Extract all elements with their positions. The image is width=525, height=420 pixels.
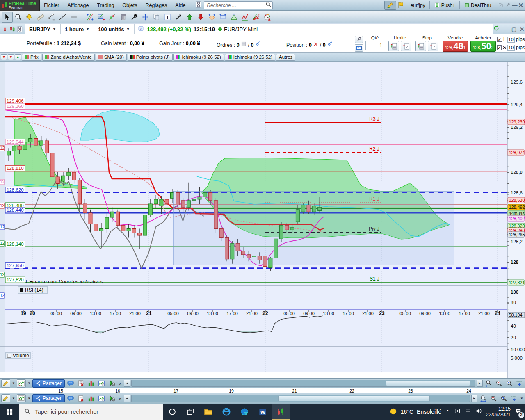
depth-icon[interactable]	[87, 394, 96, 402]
prorealtime-taskbar-button[interactable]	[272, 404, 290, 420]
menu-trading[interactable]: Trading	[93, 0, 118, 11]
action-center-button[interactable]: 2	[515, 408, 522, 416]
tab-autres[interactable]: Autres	[276, 54, 295, 61]
workspace-pair-label[interactable]: eur/jpy	[409, 1, 427, 10]
limit-checkbox[interactable]: ✓	[497, 37, 502, 42]
popup-chart-icon[interactable]	[97, 379, 106, 388]
chart-type-button[interactable]	[17, 394, 26, 402]
price-chart[interactable]: R3 JR2 JR1 JPiv JS1 J© IT-Finance.com Do…	[0, 62, 525, 378]
annotate-dropdown-icon[interactable]: ▼	[11, 397, 16, 400]
tool-pitchfork-icon[interactable]	[107, 12, 118, 23]
start-button[interactable]	[0, 404, 19, 420]
tool-crosstools-icon[interactable]	[84, 12, 96, 23]
share-button[interactable]: Partager	[32, 379, 65, 388]
buy-button[interactable]: 128,502	[470, 41, 496, 52]
depth-icon[interactable]	[87, 379, 96, 388]
time-scrollbar[interactable]	[131, 380, 475, 387]
task-view-button[interactable]	[181, 404, 199, 420]
scroll-left-button[interactable]: ◄	[124, 380, 130, 387]
volume-icon[interactable]	[475, 408, 482, 416]
sell-button[interactable]: 128,481	[443, 41, 468, 52]
columns-icon[interactable]	[515, 379, 524, 388]
taskbar-search[interactable]: Taper ici pour rechercher	[19, 404, 163, 420]
menu-objets[interactable]: Objets	[118, 0, 141, 11]
stop-order-edit-button[interactable]	[428, 41, 438, 51]
tool-segment-icon[interactable]	[46, 12, 57, 23]
tab-ichimoku-9-26-52-[interactable]: Ichimoku (9 26 52)	[225, 54, 275, 61]
pin-icon[interactable]	[505, 2, 511, 8]
tabs-scroll-down-1[interactable]: ▼	[1, 54, 7, 60]
share-button[interactable]: Partager	[32, 394, 65, 402]
report-icon[interactable]	[76, 394, 85, 402]
window-minimize-icon[interactable]: —	[512, 2, 517, 8]
internet-explorer-button[interactable]	[217, 404, 235, 420]
tool-ruler-icon[interactable]	[35, 12, 46, 23]
tool-textbox-icon[interactable]: T	[162, 12, 173, 23]
tabs-scroll-down-2[interactable]: ▼	[8, 54, 14, 60]
menu-aide[interactable]: Aide	[171, 0, 189, 11]
zoom-in-icon[interactable]	[499, 394, 508, 402]
tool-ellipsetool-icon[interactable]	[206, 12, 217, 23]
chart-maximize-icon[interactable]: ▢	[511, 26, 516, 32]
link-icon[interactable]	[195, 1, 202, 10]
stop-checkbox[interactable]: ✓	[497, 45, 502, 50]
scrollbar-thumb[interactable]	[278, 396, 430, 401]
qty-input[interactable]	[365, 41, 384, 50]
tool-fanpat-icon[interactable]	[251, 12, 262, 23]
workspace-restore-icon[interactable]	[498, 2, 504, 9]
clock[interactable]: 12:15 22/09/2021	[486, 406, 511, 418]
push-button[interactable]: Push+	[432, 1, 457, 10]
chart-type-dropdown-icon[interactable]: ▼	[27, 381, 31, 385]
chart-settings-icon[interactable]	[107, 379, 116, 388]
refresh-icon[interactable]	[493, 25, 500, 33]
limit-pips-input[interactable]	[507, 37, 515, 43]
scroll-left-button[interactable]: ◄	[124, 395, 130, 402]
menu-rglages[interactable]: Réglages	[141, 0, 171, 11]
tool-arrowne-icon[interactable]	[173, 12, 184, 23]
word-button[interactable]: W	[253, 404, 272, 420]
trade-settings-button[interactable]	[355, 36, 363, 43]
window-close-icon[interactable]: ✕	[518, 2, 523, 9]
weather-widget[interactable]: 16°C Ensoleillé	[389, 407, 441, 417]
network-icon[interactable]	[465, 408, 471, 416]
volume-checkbox-icon[interactable]	[7, 354, 11, 358]
scroll-right-button[interactable]: ►	[477, 380, 483, 387]
popup-chart-icon[interactable]	[97, 394, 106, 402]
tool-arrowdown-icon[interactable]	[195, 12, 206, 23]
menu-affichage[interactable]: Affichage	[64, 0, 93, 11]
tool-cursor-icon[interactable]	[2, 12, 13, 23]
chart-link-icon[interactable]	[16, 26, 23, 32]
annotate-mode-button[interactable]	[384, 1, 396, 10]
tool-triangletool-icon[interactable]	[228, 12, 240, 23]
trade-keyboard-button[interactable]	[355, 44, 363, 52]
tab-ichimoku-9-26-52-[interactable]: Ichimoku (9 26 52)	[173, 54, 224, 61]
annotate-button[interactable]	[1, 379, 10, 388]
menu-fichier[interactable]: Fichier	[40, 0, 64, 11]
cortana-button[interactable]	[163, 404, 181, 420]
units-selector[interactable]: 100 unités▼	[94, 24, 135, 34]
scroll-right-button[interactable]: ►	[471, 395, 477, 402]
stop-order-book-button[interactable]	[415, 41, 426, 51]
tray-chevron-icon[interactable]: ⌃	[445, 409, 450, 415]
tray-app-icon[interactable]	[454, 408, 461, 416]
edge-button[interactable]	[235, 404, 253, 420]
comments-icon[interactable]	[66, 379, 75, 388]
tool-movecross-icon[interactable]	[140, 12, 151, 23]
zoom-out-icon[interactable]	[489, 394, 498, 402]
chart-style-candles-icon[interactable]	[9, 26, 16, 32]
limit-order-book-button[interactable]	[388, 41, 399, 51]
tab-sma-20-[interactable]: SMA (20)	[96, 54, 127, 61]
tool-arrowup-icon[interactable]	[184, 12, 195, 23]
tool-magnifier-icon[interactable]	[13, 12, 24, 23]
info-icon[interactable]: i	[138, 25, 144, 33]
collapse-icon[interactable]: «	[117, 380, 123, 386]
tab-zone-d-achat-vente[interactable]: Zone d'Achat/Vente	[42, 54, 95, 61]
tabs-scroll-up[interactable]: ▲	[15, 54, 21, 60]
tool-recttool-icon[interactable]	[217, 12, 228, 23]
tool-bell-icon[interactable]	[24, 12, 35, 23]
chart-type-dropdown-icon[interactable]: ▼	[27, 397, 31, 400]
chart-settings-icon[interactable]	[107, 394, 116, 402]
symbol-selector[interactable]: EURJPY▼	[25, 24, 61, 34]
zoom-out-icon[interactable]	[494, 379, 503, 388]
chart-minimize-icon[interactable]: —	[503, 26, 508, 32]
